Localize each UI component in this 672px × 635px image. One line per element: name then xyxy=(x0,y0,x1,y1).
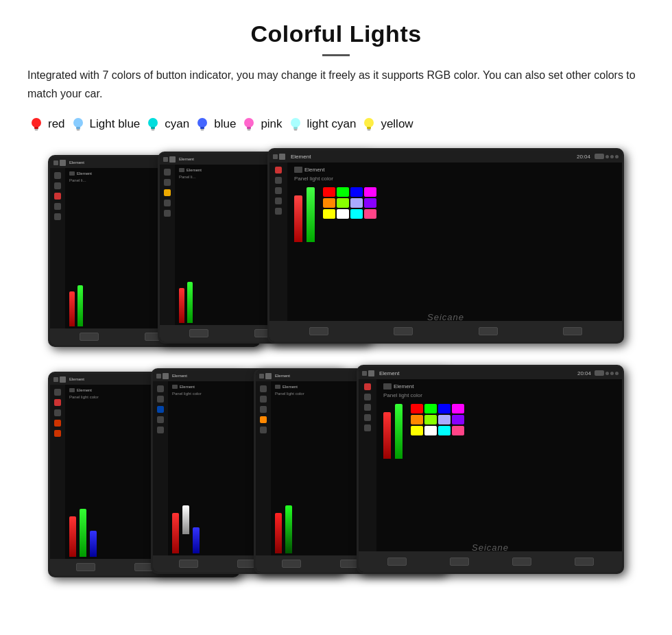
main-content-7: Element Panel light color xyxy=(376,379,622,551)
btn-3-3[interactable] xyxy=(479,327,498,335)
sidebar-icon-3-3 xyxy=(275,187,282,194)
btn-6-1[interactable] xyxy=(282,560,301,568)
description-text: Integrated with 7 colors of button indic… xyxy=(27,66,645,103)
sidebar-icon-5 xyxy=(54,213,61,220)
color-row: red Light blue cyan xyxy=(27,115,645,133)
btn-7-3[interactable] xyxy=(512,558,531,566)
btn-3-4[interactable] xyxy=(563,327,582,335)
btn-4-1[interactable] xyxy=(76,563,95,571)
panel-label-3: Panel light color xyxy=(294,176,615,182)
sidebar-7 xyxy=(359,379,376,551)
bar-blue-4 xyxy=(90,531,97,558)
color-label-lightcyan: light cyan xyxy=(307,117,357,131)
topbar-element-4: Element xyxy=(69,377,84,381)
cg7-1 xyxy=(411,404,423,414)
svg-rect-10 xyxy=(152,129,155,130)
svg-rect-26 xyxy=(368,129,371,130)
topbar-dot-3d xyxy=(615,155,619,158)
device-bottom-3 xyxy=(269,321,622,342)
sidebar-icon-7-5 xyxy=(364,424,371,431)
menu-icon-3 xyxy=(294,167,302,173)
color-item-pink: pink xyxy=(240,115,282,133)
cg7-5 xyxy=(411,415,423,424)
topbar-icon-3a xyxy=(273,154,278,159)
btn-5-1[interactable] xyxy=(179,560,198,568)
sidebar-icon-4 xyxy=(54,203,61,210)
svg-rect-11 xyxy=(152,130,154,131)
btn-7-4[interactable] xyxy=(575,558,594,566)
sidebar-1 xyxy=(50,168,65,328)
sidebar-icon-5-5 xyxy=(157,427,164,433)
topbar-icon-4a xyxy=(53,377,58,382)
btn-7-1[interactable] xyxy=(387,558,407,566)
bulb-icon-pink xyxy=(240,115,258,133)
viz-3 xyxy=(294,187,615,317)
btn-3-1[interactable] xyxy=(309,327,328,335)
color-item-yellow: yellow xyxy=(360,115,413,133)
topbar-dot-7c xyxy=(615,372,619,375)
svg-point-8 xyxy=(148,118,158,128)
menu-text-3: Element xyxy=(304,167,324,173)
topbar-icon-6a xyxy=(259,374,264,379)
topbar-right-3: 20:04 xyxy=(577,154,619,160)
topbar-dot-3a xyxy=(595,154,604,159)
color-label-yellow: yellow xyxy=(381,117,413,131)
sliders-3 xyxy=(294,187,315,242)
bar-green-2 xyxy=(187,282,193,323)
topbar-element-1: Element xyxy=(69,160,84,165)
bulb-icon-lightcyan xyxy=(287,115,304,133)
sidebar-icon-5-2 xyxy=(157,396,164,403)
svg-rect-21 xyxy=(293,127,298,129)
cg7-2 xyxy=(424,404,437,414)
sidebar-icon-2 xyxy=(54,182,61,189)
sidebar-icon-4-1 xyxy=(54,389,61,396)
cg7-11 xyxy=(438,426,451,435)
sidebar-icon-4-4 xyxy=(54,420,61,427)
menu-icon-5 xyxy=(172,385,178,389)
btn-3-2[interactable] xyxy=(394,327,413,335)
cc-12 xyxy=(364,209,376,219)
menu-icon-1 xyxy=(69,171,75,176)
bar-green-3 xyxy=(307,187,315,242)
svg-rect-9 xyxy=(151,127,155,129)
bar-green-1 xyxy=(77,285,83,326)
title-section: Colorful Lights Integrated with 7 colors… xyxy=(27,21,645,103)
topbar-element-7: Element xyxy=(379,370,399,376)
bulb-icon-red xyxy=(27,115,45,133)
sidebar-icon-3-active xyxy=(54,193,61,200)
menu-icon-6 xyxy=(275,385,280,389)
topbar-element-6: Element xyxy=(275,374,290,378)
cg7-10 xyxy=(424,426,437,435)
sidebar-5 xyxy=(153,381,168,555)
color-item-cyan: cyan xyxy=(144,115,189,133)
topbar-icon-1 xyxy=(53,160,58,165)
top-screen-row: Element xyxy=(48,148,624,354)
sidebar-icon-3-2 xyxy=(275,177,282,184)
svg-rect-7 xyxy=(77,130,80,131)
bulb-icon-lightblue xyxy=(69,115,87,133)
device-bottom-7 xyxy=(359,551,622,572)
bulb-icon-yellow xyxy=(360,115,378,133)
svg-rect-3 xyxy=(35,130,38,131)
topbar-home-1 xyxy=(60,160,66,166)
sidebar-4 xyxy=(50,385,65,559)
cc-11 xyxy=(350,209,363,219)
topbar-element-2: Element xyxy=(179,157,194,161)
panel-label-7: Panel light color xyxy=(383,392,615,398)
bar-2-6 xyxy=(285,505,292,553)
sidebar-icon-6-1 xyxy=(260,385,267,392)
btn-7-2[interactable] xyxy=(450,558,469,566)
svg-point-12 xyxy=(197,118,207,128)
bar-red-4 xyxy=(69,516,76,558)
sidebar-icon-2-1 xyxy=(164,169,171,176)
btn-1-1[interactable] xyxy=(80,333,99,341)
color-grid-3 xyxy=(323,187,376,219)
btn-2-1[interactable] xyxy=(189,329,208,337)
svg-point-24 xyxy=(364,118,374,128)
topbar-home-3 xyxy=(279,154,285,160)
bar-red-3 xyxy=(294,195,302,242)
cc-2 xyxy=(337,187,349,197)
sidebar-icon-4-3 xyxy=(54,409,61,416)
sliders-7 xyxy=(383,404,403,459)
color-label-cyan: cyan xyxy=(165,117,189,131)
